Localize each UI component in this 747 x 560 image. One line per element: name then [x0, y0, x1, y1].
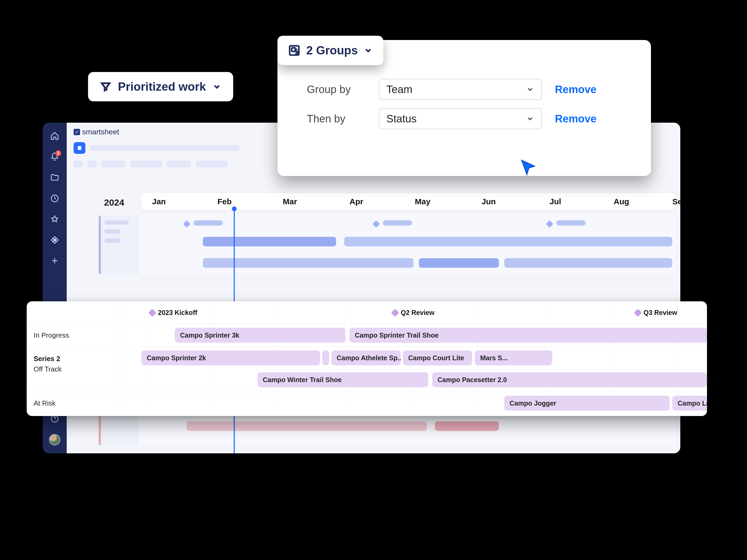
ghost-bar	[383, 220, 412, 225]
diamond-icon	[391, 309, 399, 317]
month-label: Mar	[283, 197, 297, 206]
ghost-bar	[187, 421, 427, 431]
month-label: Aug	[614, 197, 629, 206]
sheet-icon[interactable]	[74, 142, 85, 154]
then-by-select[interactable]: Status	[379, 108, 542, 129]
today-marker-dot	[232, 206, 237, 211]
status-row-in-progress: In Progress Campo Sprinter 3k Campo Spri…	[27, 324, 707, 347]
svg-rect-4	[291, 48, 295, 51]
milestone-label: Q3 Review	[643, 309, 677, 317]
task-bar[interactable]: Campo Winter Trail Shoe	[257, 372, 428, 387]
month-label: Jun	[482, 197, 496, 206]
diamond-icon	[183, 220, 190, 228]
row-label: Off Track	[27, 347, 120, 392]
group-by-select[interactable]: Team	[379, 79, 542, 100]
filter-label: Prioritized work	[118, 80, 206, 93]
task-bar[interactable]: Mars S...	[475, 350, 552, 365]
group-header-label: 2 Groups	[306, 44, 358, 57]
diamond-icon	[546, 220, 553, 228]
svg-rect-2	[78, 146, 81, 150]
task-bar[interactable]: Campo Sprinter 3k	[175, 328, 345, 343]
task-bar[interactable]: Campo Sprinter 2k	[141, 350, 320, 365]
task-bar[interactable]: Campo Sprinter Trail Shoe	[350, 328, 707, 343]
toolbar-skeleton	[130, 161, 162, 167]
filter-dropdown[interactable]: Prioritized work	[88, 72, 233, 101]
toolbar-skeleton	[167, 161, 191, 167]
then-by-row: Then by Status Remove	[307, 104, 635, 133]
select-value: Status	[386, 113, 416, 125]
task-bar[interactable]	[322, 350, 329, 365]
group-by-label: Group by	[307, 83, 365, 96]
ghost-bar	[435, 421, 499, 431]
chevron-down-icon	[212, 82, 222, 91]
then-by-label: Then by	[307, 113, 365, 125]
chevron-down-icon	[526, 85, 534, 93]
ghost-bar	[419, 258, 499, 268]
group-dropdown-header[interactable]: 2 Groups	[278, 36, 383, 65]
cursor-icon	[520, 159, 536, 176]
ghost-bar	[203, 237, 336, 246]
group-popover: 2 Groups Group by Team Remove Then by St…	[278, 40, 651, 176]
workapps-icon[interactable]	[49, 235, 60, 245]
chevron-down-icon	[526, 115, 534, 123]
row-label: At Risk	[27, 392, 120, 415]
status-row-at-risk: At Risk Campo Jogger Campo Locker	[27, 392, 707, 415]
ghost-bar	[504, 258, 672, 268]
select-value: Team	[386, 83, 412, 96]
milestone[interactable]: 2023 Kickoff	[149, 309, 197, 317]
task-bar[interactable]: Campo Court Lite	[403, 350, 472, 365]
notifications-icon[interactable]: 3	[49, 152, 60, 162]
month-ruler[interactable]: Jan Feb Mar Apr May Jun Jul Aug Sep	[141, 193, 675, 210]
brand-mark-icon: ✓	[74, 129, 80, 135]
chevron-down-icon	[364, 46, 373, 55]
milestone[interactable]: Q2 Review	[392, 309, 434, 317]
task-bar[interactable]: Campo Locker	[672, 396, 707, 411]
create-icon[interactable]	[49, 256, 60, 266]
month-label: Sep	[672, 197, 680, 206]
ghost-bar	[556, 220, 586, 225]
task-bar[interactable]: Campo Athelete Sp...	[331, 350, 401, 365]
month-label: May	[415, 197, 430, 206]
status-row-off-track: Off Track Campo Sprinter 2k Campo Athele…	[27, 347, 707, 392]
diamond-icon	[372, 220, 380, 228]
month-label: Jan	[152, 197, 166, 206]
folder-icon[interactable]	[49, 172, 60, 183]
month-label: Jul	[549, 197, 561, 206]
month-label: Feb	[217, 197, 232, 206]
group-by-row: Group by Team Remove	[307, 75, 635, 104]
milestone-label: Q2 Review	[401, 309, 434, 317]
notification-badge: 3	[55, 151, 61, 156]
timeline-header: 2024 Jan Feb Mar Apr May Jun Jul Aug Sep	[136, 193, 675, 210]
group-icon	[288, 44, 301, 56]
brand-name: smartsheet	[82, 128, 119, 136]
remove-link[interactable]: Remove	[555, 113, 596, 125]
month-label: Apr	[350, 197, 363, 206]
task-bar[interactable]: Campo Jogger	[504, 396, 670, 411]
filter-icon	[100, 81, 111, 92]
title-skeleton	[90, 145, 239, 151]
row-label: In Progress	[27, 324, 120, 346]
favorites-icon[interactable]	[49, 214, 60, 224]
task-bar[interactable]: Campo Pacesetter 2.0	[432, 372, 707, 387]
ghost-bar	[194, 220, 223, 225]
ghost-swimlane-1	[99, 215, 675, 274]
milestone[interactable]: Q3 Review	[635, 309, 677, 317]
toolbar-skeleton	[87, 161, 97, 167]
toolbar-skeleton	[101, 161, 125, 167]
diamond-icon	[634, 309, 642, 317]
toolbar-skeleton	[74, 161, 83, 167]
toolbar-skeleton	[196, 161, 228, 167]
remove-link[interactable]: Remove	[555, 83, 596, 96]
ghost-bar	[344, 237, 672, 246]
diamond-icon	[148, 309, 156, 317]
series2-header: Series 2 2023 Kickoff Q2 Review Q3 Revie…	[27, 301, 707, 324]
series2-panel: Series 2 2023 Kickoff Q2 Review Q3 Revie…	[27, 301, 707, 416]
home-icon[interactable]	[49, 131, 60, 141]
recent-icon[interactable]	[49, 193, 60, 204]
milestone-label: 2023 Kickoff	[158, 309, 197, 317]
year-label: 2024	[104, 197, 124, 208]
avatar[interactable]	[49, 434, 60, 445]
